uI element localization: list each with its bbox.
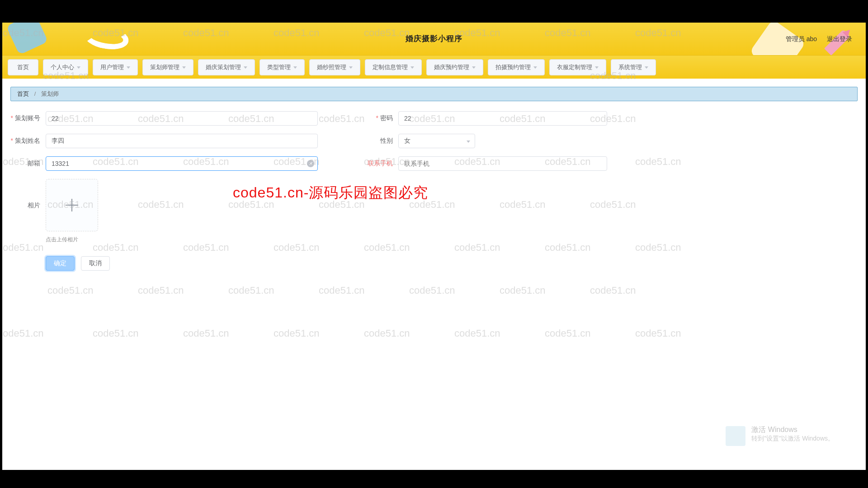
nav-user-manage[interactable]: 用户管理 [93,59,138,75]
nav-label: 用户管理 [100,63,124,71]
phone-input[interactable] [398,156,607,171]
account-input[interactable] [46,111,318,126]
bing-logo [726,426,748,447]
breadcrumb: 首页 / 策划师 [10,87,858,101]
chevron-down-icon [77,66,80,69]
nav-label: 类型管理 [267,63,291,71]
plus-icon [66,199,78,211]
activation-sub: 转到"设置"以激活 Windows。 [751,435,834,443]
account-label: 策划账号 [10,114,46,122]
clear-icon[interactable]: ✕ [307,160,314,167]
main-nav: 首页 个人中心 用户管理 策划师管理 婚庆策划管理 类型管理 婚纱照管理 定制信… [2,55,866,79]
chevron-down-icon [467,141,470,143]
nav-custom-info-manage[interactable]: 定制信息管理 [365,59,422,75]
chevron-down-icon [349,66,353,69]
nav-planner-manage[interactable]: 策划师管理 [142,59,193,75]
nav-label: 衣服定制管理 [557,63,592,71]
page-title: 婚庆摄影小程序 [2,23,866,55]
password-input[interactable] [398,111,607,126]
breadcrumb-sep: / [34,90,36,97]
nav-system-manage[interactable]: 系统管理 [611,59,656,75]
admin-label[interactable]: 管理员 abo [786,35,817,42]
chevron-down-icon [595,66,599,69]
nav-photo-manage[interactable]: 婚纱照管理 [309,59,360,75]
confirm-button[interactable]: 确定 [46,256,75,271]
windows-activation-notice: 激活 Windows 转到"设置"以激活 Windows。 [751,425,834,443]
nav-home[interactable]: 首页 [8,59,38,75]
nav-label: 婚纱照管理 [317,63,346,71]
phone-label: 联系手机 [363,160,398,168]
chevron-down-icon [410,66,414,69]
nav-shoot-reserve-manage[interactable]: 拍摄预约管理 [488,59,545,75]
cancel-button[interactable]: 取消 [81,256,110,271]
chevron-down-icon [293,66,297,69]
nav-dress-custom-manage[interactable]: 衣服定制管理 [549,59,606,75]
planner-form: 策划账号 密码 策划姓名 性别 女 [10,111,858,271]
email-input[interactable] [46,156,318,171]
nav-personal[interactable]: 个人中心 [43,59,88,75]
nav-type-manage[interactable]: 类型管理 [259,59,305,75]
password-label: 密码 [363,114,398,122]
chevron-down-icon [127,66,130,69]
email-label: 邮箱 [10,160,46,168]
upload-hint: 点击上传相片 [46,236,858,244]
gender-select[interactable]: 女 [398,134,475,148]
name-input[interactable] [46,134,318,148]
nav-label: 拍摄预约管理 [495,63,531,71]
photo-label: 相片 [10,179,46,210]
nav-label: 策划师管理 [150,63,179,71]
chevron-down-icon [182,66,186,69]
nav-label: 定制信息管理 [373,63,408,71]
activation-title: 激活 Windows [751,425,834,435]
nav-wedding-reserve-manage[interactable]: 婚庆预约管理 [426,59,483,75]
name-label: 策划姓名 [10,137,46,145]
chevron-down-icon [533,66,537,69]
chevron-down-icon [645,66,648,69]
nav-label: 婚庆策划管理 [206,63,241,71]
breadcrumb-home[interactable]: 首页 [17,90,29,97]
nav-wedding-plan-manage[interactable]: 婚庆策划管理 [198,59,255,75]
gender-value: 女 [404,137,410,145]
nav-label: 婚庆预约管理 [434,63,469,71]
nav-label: 个人中心 [51,63,74,71]
chevron-down-icon [472,66,476,69]
header: 婚庆摄影小程序 管理员 abo 退出登录 [2,23,866,55]
nav-label: 系统管理 [618,63,642,71]
chevron-down-icon [244,66,247,69]
logout-link[interactable]: 退出登录 [827,35,852,42]
upload-photo-button[interactable] [46,179,98,231]
gender-label: 性别 [363,137,398,145]
breadcrumb-current: 策划师 [41,90,59,97]
nav-label: 首页 [17,63,29,71]
